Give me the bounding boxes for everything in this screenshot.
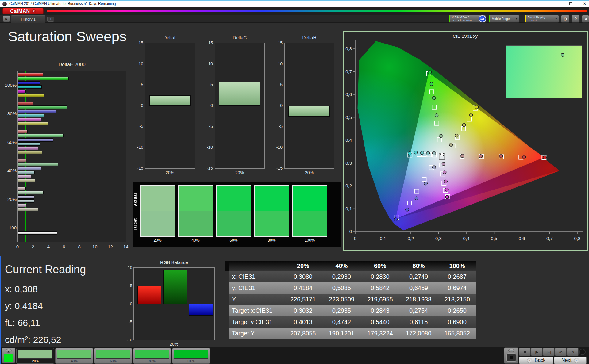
- patch-button-80%[interactable]: 80%: [133, 348, 171, 364]
- table-cell: 0,2935: [322, 305, 361, 316]
- expand-up-button[interactable]: ▲: [508, 349, 514, 352]
- stop-measure-button[interactable]: [506, 353, 516, 362]
- play-button[interactable]: ▶: [531, 348, 543, 356]
- table-cell: 165,8052: [438, 328, 476, 339]
- delta-bar: [219, 82, 260, 106]
- deltae-plot-area: [17, 71, 126, 242]
- deltae-bar: [18, 147, 38, 150]
- source-name: Mobile Forge: [490, 17, 514, 21]
- chart-title: RGB Balance: [133, 260, 215, 265]
- table-row: Y226,5171223,0509219,6955218,1938218,215…: [229, 294, 476, 305]
- close-button[interactable]: ✕: [582, 1, 587, 7]
- swatch-labels: 20%40%60%80%100%: [140, 238, 334, 243]
- reading-x: x: 0,308: [5, 284, 86, 294]
- minimize-button[interactable]: –: [554, 1, 559, 7]
- table-row: Target y:CIE310,40130,47420,54400,61150,…: [229, 316, 476, 328]
- target-row-label: Target: [133, 212, 139, 237]
- table-cell: 218,2150: [438, 294, 476, 305]
- deltae-bar: [18, 151, 42, 154]
- display-control-dropdown[interactable]: Direct Display Control ▼: [525, 15, 559, 23]
- meter-count-badge[interactable]: 195: [479, 15, 486, 22]
- svg-text:0,1: 0,1: [345, 206, 352, 211]
- svg-text:0,5: 0,5: [345, 115, 352, 120]
- expand-up-button[interactable]: ▲: [6, 349, 12, 353]
- patch-color: [135, 350, 169, 359]
- delta-y-tick: -5: [273, 124, 283, 129]
- patch-button-100%[interactable]: 100%: [172, 348, 210, 364]
- patch-label: 60%: [94, 359, 132, 363]
- help-button[interactable]: ?: [572, 15, 580, 23]
- tab-history-1[interactable]: History 1: [11, 15, 45, 23]
- table-cell: 0,2650: [438, 305, 476, 316]
- blue-balance-bar: [189, 304, 213, 316]
- table-cell: 0,2687: [438, 271, 476, 282]
- table-row: x: CIE310,30800,29300,28300,27490,2687: [229, 271, 476, 282]
- deltae-bar: [18, 167, 41, 170]
- deltae-bar: [18, 114, 44, 117]
- deltae-bar: [18, 204, 26, 207]
- patch-panel-left: ▲: [2, 348, 15, 363]
- chevron-left-icon: ◀: [584, 17, 587, 21]
- delta-y-tick: 5: [133, 82, 143, 87]
- add-tab-button[interactable]: +: [47, 17, 54, 22]
- next-button[interactable]: Next »: [554, 357, 587, 364]
- target-color: [217, 211, 251, 236]
- deltae-x-tick: 8: [78, 244, 81, 249]
- settings-button[interactable]: ⚙: [561, 15, 569, 23]
- deltae-bar: [18, 231, 57, 235]
- svg-text:0,2: 0,2: [345, 183, 352, 188]
- patch-button-20%[interactable]: 20%: [16, 348, 54, 364]
- transport-buttons: ■▶[··]∞↻: [519, 348, 579, 356]
- table-cell: 0,6115: [399, 316, 438, 328]
- swatch-row: [140, 185, 327, 237]
- table-cell: 207,8055: [284, 328, 322, 339]
- tab-scroll-button[interactable]: ▶: [3, 15, 10, 22]
- table-cell: 0,6974: [438, 282, 476, 294]
- svg-text:0,4: 0,4: [463, 236, 470, 241]
- loop-button[interactable]: ↻: [567, 348, 579, 356]
- delta-y-tick: -15: [273, 166, 283, 171]
- row-label: Y: [229, 294, 284, 305]
- table-cell: 0,5440: [361, 316, 399, 328]
- deltae-bar: [18, 179, 35, 182]
- svg-text:0,7: 0,7: [546, 236, 553, 241]
- deltae-x-tick: 4: [47, 244, 50, 249]
- target-color: [293, 211, 327, 236]
- titlebar: CalMAN 2017 CalMAN Ultimate for Business…: [0, 1, 589, 7]
- back-button[interactable]: « Back: [519, 357, 553, 364]
- svg-text:0,3: 0,3: [435, 236, 442, 241]
- table-cell: 218,1938: [399, 294, 438, 305]
- delta-y-tick: 10: [203, 61, 213, 66]
- delta-x-label: 20%: [235, 170, 244, 175]
- continuous-button[interactable]: ∞: [555, 348, 567, 356]
- delta-y-tick: 5: [273, 82, 283, 87]
- patch-button-60%[interactable]: 60%: [94, 348, 132, 364]
- deltae-x-tick: 2: [32, 244, 34, 249]
- chart-title: DeltaL: [145, 35, 195, 40]
- column-header: 40%: [322, 261, 361, 271]
- row-label: Target x:CIE31: [229, 305, 284, 316]
- delta-y-tick: 15: [133, 40, 143, 45]
- swatch-label: 60%: [216, 238, 251, 243]
- chevron-left-icon: «: [527, 358, 532, 363]
- svg-text:0,2: 0,2: [408, 236, 414, 241]
- cie-1931-panel: CIE 1931 xy 00,10,20,30,40,50,60,70,800,…: [343, 31, 588, 251]
- source-dropdown[interactable]: Mobile Forge ▼: [489, 15, 519, 23]
- page-title: Saturation Sweeps: [8, 28, 126, 45]
- row-label: x: CIE31: [229, 271, 284, 282]
- patch-color: [174, 350, 208, 359]
- deltae-bar: [18, 81, 40, 85]
- saturation-swatch-panel: Actual Target 20%40%60%80%100%: [133, 182, 341, 247]
- chevron-down-icon: ▼: [554, 17, 559, 20]
- single-measure-button[interactable]: [··]: [543, 348, 555, 356]
- maximize-button[interactable]: [568, 1, 573, 7]
- patch-button-40%[interactable]: 40%: [55, 348, 93, 364]
- deltae-bar: [18, 138, 53, 142]
- collapse-panel-button[interactable]: ◀: [582, 15, 589, 23]
- stop-button[interactable]: ■: [519, 348, 531, 356]
- table-cell: 0,2930: [322, 271, 361, 282]
- delta-y-tick: -10: [273, 145, 283, 150]
- calman-menu-button[interactable]: CalMAN ▼: [2, 8, 44, 14]
- deltae-bar: [18, 142, 40, 146]
- deltae-group-label: 100: [3, 225, 17, 230]
